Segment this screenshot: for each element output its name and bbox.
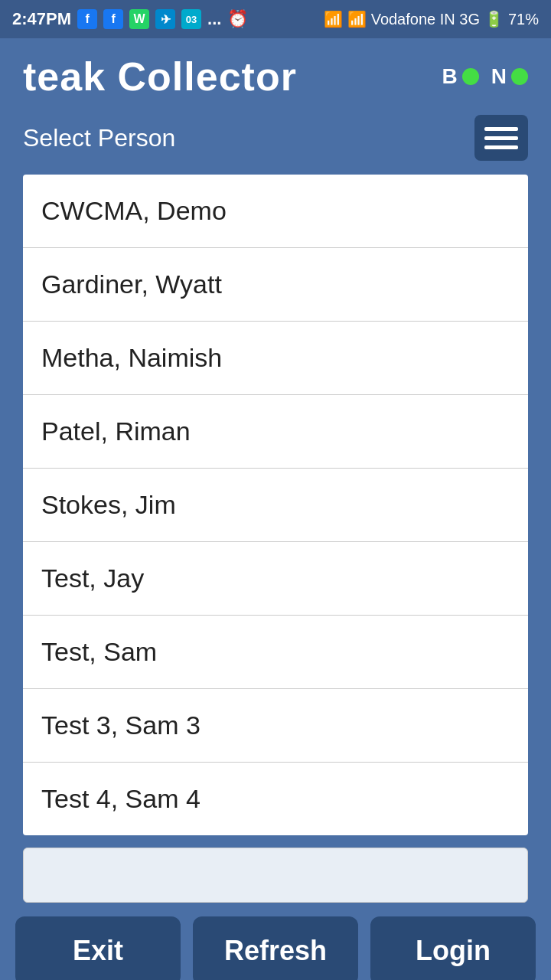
menu-line-3 [484,145,518,149]
indicator-b-dot [462,68,479,85]
select-person-label: Select Person [23,124,175,152]
search-input-area[interactable] [23,848,528,903]
status-bar: 2:47PM f f W ✈ 03 ... ⏰ 📶 📶 Vodafone IN … [0,0,551,38]
indicator-n: N [491,64,528,89]
refresh-button[interactable]: Refresh [193,916,358,980]
indicator-n-letter: N [491,64,507,89]
status-right: 📶 📶 Vodafone IN 3G 🔋 71% [324,10,539,28]
status-time: 2:47PM [12,9,71,29]
whatsapp-icon: W [129,9,149,29]
carrier-name: Vodafone IN 3G [371,11,480,28]
list-item[interactable]: Patel, Riman [23,395,528,469]
bottom-bar: Exit Refresh Login [0,903,551,980]
battery-level: 71% [508,11,539,28]
login-button[interactable]: Login [370,916,536,980]
menu-line-1 [484,127,518,131]
list-item[interactable]: Metha, Naimish [23,322,528,395]
list-item[interactable]: Gardiner, Wyatt [23,248,528,322]
list-item[interactable]: Test, Jay [23,542,528,616]
menu-line-2 [484,136,518,140]
messenger-icon: ✈ [155,9,175,29]
extra-icon: 03 [181,9,201,29]
list-item[interactable]: Test 3, Sam 3 [23,689,528,763]
facebook-icon-1: f [77,9,97,29]
status-left: 2:47PM f f W ✈ 03 ... ⏰ [12,9,248,29]
indicator-b: B [442,64,479,89]
list-item[interactable]: Stokes, Jim [23,469,528,542]
facebook-icon-2: f [103,9,123,29]
app-title: teak Collector [23,54,297,100]
signal-icon: 📶 [347,10,367,28]
list-item[interactable]: CWCMA, Demo [23,175,528,248]
menu-button[interactable] [474,115,528,161]
list-item[interactable]: Test, Sam [23,616,528,689]
subheader: Select Person [0,111,551,175]
indicator-b-letter: B [442,64,458,89]
app-header: teak Collector B N [0,38,551,111]
header-indicators: B N [442,64,528,89]
alarm-icon: ⏰ [227,9,248,29]
list-item[interactable]: Test 4, Sam 4 [23,763,528,835]
indicator-n-dot [511,68,528,85]
ellipsis: ... [207,9,221,29]
wifi-icon: 📶 [324,10,343,28]
person-list: CWCMA, DemoGardiner, WyattMetha, Naimish… [23,175,528,835]
battery-icon: 🔋 [484,10,504,28]
exit-button[interactable]: Exit [15,916,181,980]
